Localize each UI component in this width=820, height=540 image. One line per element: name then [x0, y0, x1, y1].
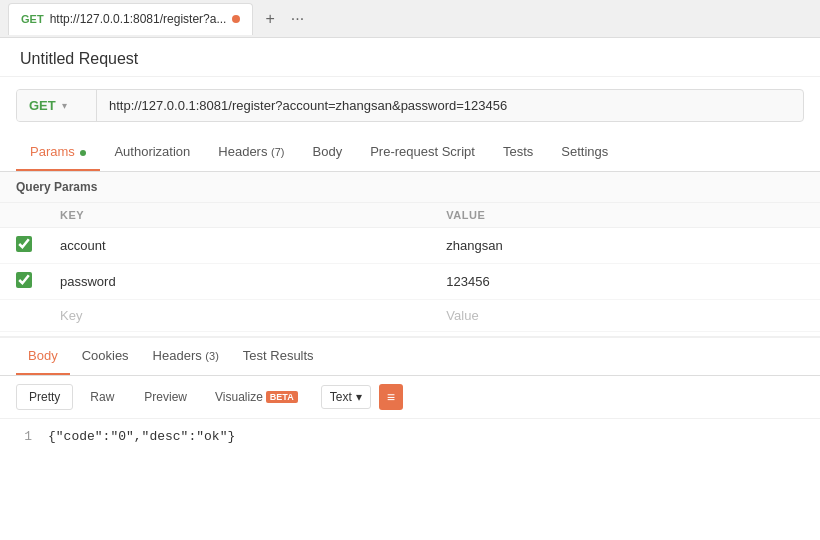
tab-method: GET	[21, 13, 44, 25]
row-key-cell: Key	[44, 300, 430, 332]
url-input[interactable]	[97, 90, 803, 121]
code-line-1: {"code":"0","desc":"ok"}	[48, 429, 235, 444]
tab-headers-label: Headers (7)	[218, 144, 284, 159]
pretty-button[interactable]: Pretty	[16, 384, 73, 410]
tab-authorization[interactable]: Authorization	[100, 134, 204, 171]
response-tabs-row: Body Cookies Headers (3) Test Results	[0, 338, 820, 376]
response-tab-test-results-label: Test Results	[243, 348, 314, 363]
row-key-cell: password	[44, 264, 430, 300]
response-tab-cookies[interactable]: Cookies	[70, 338, 141, 375]
tab-pre-request-label: Pre-request Script	[370, 144, 475, 159]
tab-modified-dot	[232, 15, 240, 23]
line-numbers: 1	[16, 429, 32, 444]
row-value-cell: 123456	[430, 264, 820, 300]
response-tab-body-label: Body	[28, 348, 58, 363]
tab-authorization-label: Authorization	[114, 144, 190, 159]
table-row: accountzhangsan	[0, 228, 820, 264]
table-row: password123456	[0, 264, 820, 300]
table-row: KeyValue	[0, 300, 820, 332]
active-tab[interactable]: GET http://127.0.0.1:8081/register?a...	[8, 3, 253, 35]
key-col-header: KEY	[44, 203, 430, 228]
row-checkbox-cell	[0, 228, 44, 264]
row-key-cell: account	[44, 228, 430, 264]
row-value-cell: zhangsan	[430, 228, 820, 264]
tab-actions: + ···	[261, 8, 308, 30]
tab-headers[interactable]: Headers (7)	[204, 134, 298, 171]
row-checkbox-cell	[0, 264, 44, 300]
add-tab-button[interactable]: +	[261, 8, 278, 30]
format-chevron-icon: ▾	[356, 390, 362, 404]
response-tab-headers-label: Headers (3)	[153, 348, 219, 363]
bottom-section: Body Cookies Headers (3) Test Results Pr…	[0, 336, 820, 454]
tab-tests[interactable]: Tests	[489, 134, 547, 171]
tab-pre-request[interactable]: Pre-request Script	[356, 134, 489, 171]
format-label: Text	[330, 390, 352, 404]
row-value-cell: Value	[430, 300, 820, 332]
wrap-icon: ≡	[387, 389, 395, 405]
line-number-1: 1	[16, 429, 32, 444]
response-tab-headers[interactable]: Headers (3)	[141, 338, 231, 375]
beta-badge: BETA	[266, 391, 298, 403]
method-selector[interactable]: GET ▾	[17, 90, 97, 121]
visualize-button[interactable]: Visualize BETA	[204, 384, 309, 410]
tab-tests-label: Tests	[503, 144, 533, 159]
response-tab-test-results[interactable]: Test Results	[231, 338, 326, 375]
row-checkbox-cell	[0, 300, 44, 332]
visualize-label: Visualize	[215, 390, 263, 404]
value-col-header: VALUE	[430, 203, 820, 228]
url-bar: GET ▾	[16, 89, 804, 122]
raw-button[interactable]: Raw	[77, 384, 127, 410]
request-tabs-row: Params Authorization Headers (7) Body Pr…	[0, 134, 820, 172]
tab-url: http://127.0.0.1:8081/register?a...	[50, 12, 227, 26]
preview-button[interactable]: Preview	[131, 384, 200, 410]
query-params-section-label: Query Params	[0, 172, 820, 203]
tab-settings-label: Settings	[561, 144, 608, 159]
tab-params-label: Params	[30, 144, 75, 159]
checkbox-col-header	[0, 203, 44, 228]
code-area: 1 {"code":"0","desc":"ok"}	[0, 419, 820, 454]
more-tabs-button[interactable]: ···	[287, 8, 308, 30]
response-tab-body[interactable]: Body	[16, 338, 70, 375]
code-content: {"code":"0","desc":"ok"}	[48, 429, 235, 444]
format-select[interactable]: Text ▾	[321, 385, 371, 409]
tab-settings[interactable]: Settings	[547, 134, 622, 171]
request-title: Untitled Request	[20, 50, 138, 67]
wrap-button[interactable]: ≡	[379, 384, 403, 410]
tab-body[interactable]: Body	[299, 134, 357, 171]
params-dot-indicator	[80, 150, 86, 156]
method-chevron-icon: ▾	[62, 100, 67, 111]
response-tab-cookies-label: Cookies	[82, 348, 129, 363]
params-table: KEY VALUE accountzhangsanpassword123456K…	[0, 203, 820, 332]
method-label: GET	[29, 98, 56, 113]
row-checkbox[interactable]	[16, 236, 32, 252]
body-toolbar: Pretty Raw Preview Visualize BETA Text ▾…	[0, 376, 820, 419]
tab-params[interactable]: Params	[16, 134, 100, 171]
tab-bar: GET http://127.0.0.1:8081/register?a... …	[0, 0, 820, 38]
tab-body-label: Body	[313, 144, 343, 159]
request-title-area: Untitled Request	[0, 38, 820, 77]
row-checkbox[interactable]	[16, 272, 32, 288]
